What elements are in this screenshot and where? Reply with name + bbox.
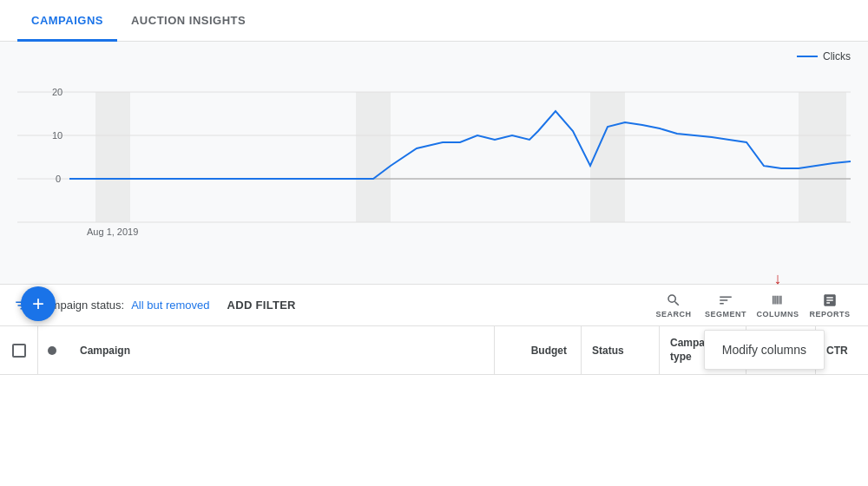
svg-text:20: 20 <box>52 87 62 97</box>
columns-toolbar-button[interactable]: ↓ COLUMNS <box>753 288 802 323</box>
filter-status-value[interactable]: All but removed <box>131 299 209 312</box>
tab-campaigns[interactable]: CAMPAIGNS <box>17 2 117 42</box>
svg-rect-8 <box>356 92 391 222</box>
columns-icon <box>770 292 786 308</box>
chart-container: Clicks 20 10 0 Aug 1, 2019 <box>0 42 868 285</box>
tabs-bar: CAMPAIGNS AUCTION INSIGHTS <box>0 0 868 42</box>
tab-auction-insights[interactable]: AUCTION INSIGHTS <box>117 2 260 42</box>
th-status[interactable]: Status <box>582 326 660 374</box>
columns-button-label: COLUMNS <box>757 310 799 319</box>
th-status-dot <box>38 326 66 374</box>
reports-icon <box>822 292 838 308</box>
filter-bar: Campaign status: All but removed ADD FIL… <box>0 285 868 326</box>
select-all-checkbox[interactable] <box>12 344 26 358</box>
chart-svg: 20 10 0 Aug 1, 2019 <box>17 66 851 257</box>
th-budget[interactable]: Budget <box>495 326 582 374</box>
svg-text:Aug 1, 2019: Aug 1, 2019 <box>87 227 138 237</box>
segment-button-label: SEGMENT <box>705 310 746 319</box>
filter-left: Campaign status: All but removed ADD FIL… <box>14 298 296 313</box>
arrow-down-indicator: ↓ <box>774 271 782 286</box>
search-icon <box>666 292 681 308</box>
status-dot-icon <box>48 346 56 355</box>
th-campaign-label: Campaign <box>80 345 130 357</box>
legend-clicks-label: Clicks <box>823 50 851 62</box>
table-header: Campaign Budget Status Campaign type ↓ C… <box>0 326 868 375</box>
segment-icon <box>718 292 733 308</box>
svg-text:0: 0 <box>56 174 61 184</box>
th-select-all[interactable] <box>0 326 38 374</box>
reports-toolbar-button[interactable]: REPORTS <box>806 288 854 323</box>
segment-toolbar-button[interactable]: SEGMENT <box>701 288 750 323</box>
add-filter-button[interactable]: ADD FILTER <box>227 299 296 312</box>
fab-add-button[interactable]: + <box>21 286 56 321</box>
svg-text:10: 10 <box>52 130 62 141</box>
search-toolbar-button[interactable]: SEARCH <box>649 288 698 323</box>
th-campaign[interactable]: Campaign <box>66 326 495 374</box>
th-ctr-label: CTR <box>826 345 848 357</box>
toolbar-buttons: SEARCH SEGMENT ↓ COLUMNS REPORTS <box>649 288 854 323</box>
chart-legend: Clicks <box>17 50 851 66</box>
th-status-label: Status <box>592 345 624 357</box>
svg-rect-9 <box>590 92 625 222</box>
legend-line-icon <box>797 56 818 57</box>
search-button-label: SEARCH <box>655 310 691 319</box>
modify-columns-tooltip[interactable]: Modify columns <box>704 330 825 370</box>
th-budget-label: Budget <box>531 345 567 357</box>
svg-rect-7 <box>95 92 130 222</box>
svg-rect-10 <box>799 92 846 222</box>
reports-button-label: REPORTS <box>809 310 850 319</box>
